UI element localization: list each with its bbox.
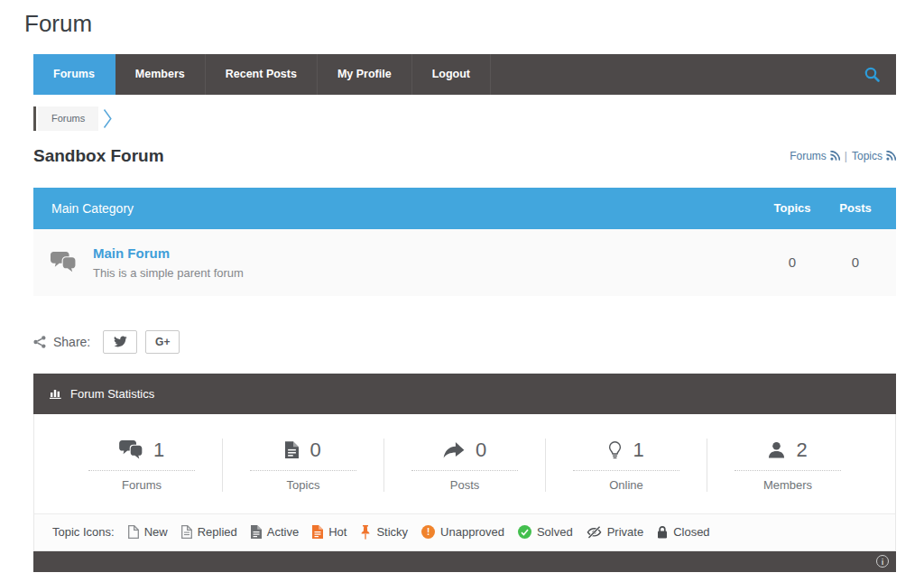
eye-slash-icon (587, 526, 602, 539)
column-header-topics: Topics (761, 201, 824, 215)
forum-title: Sandbox Forum (33, 146, 164, 166)
statistics-body: 1 Forums (33, 414, 896, 551)
search-icon (864, 67, 880, 82)
rss-links: Forums | Topics (790, 150, 896, 162)
breadcrumb-edge-bar (33, 106, 36, 131)
statistics-title: Forum Statistics (70, 387, 154, 401)
forum-nav: Forums Members Recent Posts My Profile L… (33, 54, 896, 95)
nav-spacer (491, 54, 847, 95)
check-circle-icon (518, 525, 531, 539)
stat-divider (250, 470, 356, 471)
legend-item-solved: Solved (518, 525, 573, 539)
legend-item-label: Replied (198, 525, 237, 539)
legend-item-replied: Replied (181, 525, 237, 539)
legend-item-hot: Hot (312, 525, 346, 539)
category-header: Main Category Topics Posts (33, 188, 896, 229)
share-label: Share: (53, 335, 90, 349)
forum-description: This is a simple parent forum (93, 266, 761, 280)
rss-link-topics[interactable]: Topics (852, 150, 896, 162)
rss-separator: | (845, 150, 847, 162)
share-alt-icon (33, 336, 46, 348)
stat-posts-label: Posts (450, 478, 480, 492)
stat-forums-label: Forums (122, 478, 162, 492)
pushpin-icon (360, 525, 371, 540)
stat-members-value: 2 (796, 439, 807, 462)
column-header-posts: Posts (824, 201, 887, 215)
forum-link-main-forum[interactable]: Main Forum (93, 245, 170, 261)
share-row: Share: G+ (33, 330, 896, 354)
exclamation-circle-icon: ! (421, 525, 435, 539)
nav-tab-my-profile[interactable]: My Profile (318, 54, 412, 95)
legend-item-closed: Closed (657, 525, 709, 539)
statistics-footer: i (33, 551, 896, 572)
legend-item-active: Active (251, 525, 299, 539)
lightbulb-icon (608, 441, 622, 459)
share-google-plus-button[interactable]: G+ (145, 330, 180, 354)
file-replied-icon (181, 525, 192, 539)
stat-online: 1 Online (545, 439, 707, 492)
comments-icon (119, 440, 143, 459)
stat-divider (735, 470, 841, 471)
bar-chart-icon (50, 388, 62, 399)
stat-topics: 0 Topics (222, 439, 383, 492)
category-table: Main Category Topics Posts Main Forum Th… (33, 188, 896, 296)
rss-link-forums-label: Forums (790, 150, 827, 162)
stat-members-label: Members (763, 478, 812, 492)
info-circle-icon[interactable]: i (876, 555, 889, 568)
stat-forums-value: 1 (153, 439, 164, 462)
forum-row: Main Forum This is a simple parent forum… (33, 229, 896, 296)
stat-divider (573, 470, 679, 471)
stat-online-label: Online (609, 478, 643, 492)
nav-tab-members[interactable]: Members (116, 54, 206, 95)
comments-icon (33, 252, 93, 273)
forum-posts-count: 0 (824, 254, 887, 270)
nav-tab-forums[interactable]: Forums (33, 54, 116, 95)
chevron-right-icon (103, 108, 113, 129)
share-twitter-button[interactable] (103, 330, 137, 354)
stat-online-value: 1 (633, 439, 643, 462)
legend-item-label: New (144, 525, 168, 539)
legend-item-sticky: Sticky (360, 525, 408, 540)
file-active-icon (251, 525, 262, 539)
legend-label: Topic Icons: (52, 525, 115, 539)
forum-container: Forums Members Recent Posts My Profile L… (33, 54, 896, 572)
forum-row-text: Main Forum This is a simple parent forum (93, 245, 761, 280)
breadcrumb: Forums (33, 106, 896, 131)
nav-tab-logout[interactable]: Logout (412, 54, 491, 95)
rss-link-topics-label: Topics (852, 150, 882, 162)
stat-topics-label: Topics (287, 478, 320, 492)
stat-posts-value: 0 (476, 439, 486, 462)
legend-item-private: Private (587, 525, 643, 539)
file-new-icon (128, 525, 139, 539)
legend-item-label: Solved (537, 525, 573, 539)
stat-members: 2 Members (707, 439, 868, 492)
legend-item-label: Closed (673, 525, 709, 539)
google-plus-icon: G+ (155, 336, 170, 348)
legend-item-new: New (128, 525, 168, 539)
reply-arrow-icon (443, 442, 465, 458)
statistics-header: Forum Statistics (33, 374, 896, 414)
breadcrumb-item-forums[interactable]: Forums (38, 106, 98, 131)
stat-topics-value: 0 (310, 439, 320, 462)
category-title: Main Category (33, 201, 761, 216)
stat-forums: 1 Forums (61, 439, 222, 492)
topic-icons-legend: Topic Icons: New (34, 513, 895, 550)
user-icon (768, 441, 785, 458)
file-icon (285, 441, 299, 458)
stat-posts: 0 Posts (383, 439, 545, 492)
forum-topics-count: 0 (761, 254, 824, 270)
forum-head: Sandbox Forum Forums | Topics (33, 146, 896, 166)
twitter-icon (114, 336, 127, 347)
stat-divider (411, 470, 518, 471)
rss-icon (830, 151, 840, 161)
search-button[interactable] (847, 54, 896, 95)
legend-item-label: Sticky (376, 525, 408, 539)
stat-divider (88, 470, 195, 471)
lock-icon (657, 525, 668, 539)
nav-tab-recent-posts[interactable]: Recent Posts (206, 54, 318, 95)
legend-item-label: Private (607, 525, 643, 539)
statistics-row: 1 Forums (34, 414, 895, 513)
legend-item-unapproved: ! Unapproved (421, 525, 504, 539)
rss-link-forums[interactable]: Forums (790, 150, 840, 162)
file-hot-icon (312, 525, 323, 539)
